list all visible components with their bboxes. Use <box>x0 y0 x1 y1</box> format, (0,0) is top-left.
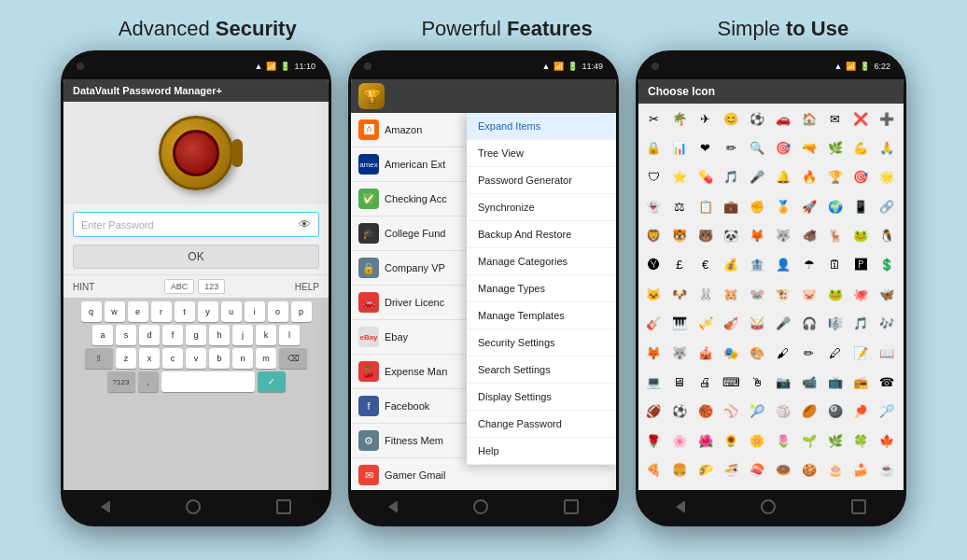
key-q[interactable]: q <box>81 301 102 322</box>
icon-cell-75[interactable]: 🎤 <box>772 313 794 335</box>
key-enter[interactable]: ✓ <box>258 371 286 392</box>
icon-cell-70[interactable]: 🎸 <box>642 313 665 335</box>
key-space[interactable] <box>161 371 255 392</box>
icon-cell-117[interactable]: 🌿 <box>824 429 847 452</box>
phone3-icon-grid[interactable]: ✂🌴✈😊⚽🚗🏠✉❌➕🔒📊❤✏🔍🎯🔫🌿💪🙏🛡⭐💊🎵🎤🔔🔥🏆🎯🌟👻⚖📋💼✊🏅🚀🌍📱🔗… <box>638 104 904 490</box>
key-v[interactable]: v <box>186 348 206 369</box>
icon-cell-58[interactable]: 🅿 <box>849 254 872 276</box>
key-y[interactable]: y <box>198 301 218 322</box>
phone3-recent-button[interactable] <box>851 499 866 514</box>
key-o[interactable]: o <box>268 301 288 322</box>
icon-cell-118[interactable]: 🍀 <box>849 429 872 452</box>
icon-cell-49[interactable]: 🐧 <box>876 225 898 247</box>
key-d[interactable]: d <box>139 325 160 345</box>
icon-cell-91[interactable]: 🖥 <box>668 371 691 393</box>
icon-cell-28[interactable]: 🎯 <box>849 166 872 189</box>
key-l[interactable]: l <box>279 325 300 345</box>
icon-cell-4[interactable]: ⚽ <box>746 107 768 130</box>
icon-cell-33[interactable]: 💼 <box>720 195 742 217</box>
phone2-dropdown-menu[interactable]: Expand Items Tree View Password Generato… <box>467 113 616 465</box>
icon-cell-109[interactable]: 🏸 <box>876 400 898 423</box>
key-p[interactable]: p <box>291 301 312 322</box>
icon-cell-62[interactable]: 🐰 <box>694 283 717 305</box>
icon-cell-124[interactable]: 🍣 <box>746 459 768 482</box>
icon-cell-0[interactable]: ✂ <box>642 107 665 130</box>
phone1-password-placeholder[interactable]: Enter Password <box>81 219 299 231</box>
icon-cell-19[interactable]: 🙏 <box>876 136 898 159</box>
icon-cell-61[interactable]: 🐶 <box>668 283 691 305</box>
key-s[interactable]: s <box>116 325 136 345</box>
phone1-home-button[interactable] <box>186 499 201 514</box>
icon-cell-125[interactable]: 🍩 <box>772 459 794 482</box>
menu-search-settings[interactable]: Search Settings <box>467 357 616 384</box>
key-w[interactable]: w <box>105 301 125 322</box>
icon-cell-94[interactable]: 🖱 <box>746 371 768 393</box>
icon-cell-80[interactable]: 🦊 <box>642 342 665 364</box>
icon-cell-98[interactable]: 📻 <box>849 371 872 393</box>
menu-security-settings[interactable]: Security Settings <box>467 329 616 357</box>
icon-cell-89[interactable]: 📖 <box>876 342 898 364</box>
icon-cell-25[interactable]: 🔔 <box>772 166 794 189</box>
menu-password-generator[interactable]: Password Generator <box>467 167 616 194</box>
key-u[interactable]: u <box>221 301 242 322</box>
icon-cell-38[interactable]: 📱 <box>849 195 872 217</box>
icon-cell-97[interactable]: 📺 <box>824 371 847 393</box>
icon-cell-86[interactable]: ✏ <box>798 342 820 364</box>
key-a[interactable]: a <box>92 325 113 345</box>
phone1-hint-label[interactable]: HINT <box>73 282 94 292</box>
icon-cell-104[interactable]: 🎾 <box>746 400 768 423</box>
icon-cell-29[interactable]: 🌟 <box>876 166 898 189</box>
key-f[interactable]: f <box>162 325 183 345</box>
icon-cell-90[interactable]: 💻 <box>642 371 665 393</box>
icon-cell-108[interactable]: 🏓 <box>849 400 872 423</box>
icon-cell-63[interactable]: 🐹 <box>720 283 742 305</box>
icon-cell-6[interactable]: 🏠 <box>798 107 820 130</box>
icon-cell-77[interactable]: 🎼 <box>824 313 847 335</box>
phone2-home-button[interactable] <box>473 499 488 514</box>
key-num-switch[interactable]: ?123 <box>107 371 135 392</box>
icon-cell-95[interactable]: 📷 <box>772 371 794 393</box>
key-j[interactable]: j <box>232 325 253 345</box>
icon-cell-22[interactable]: 💊 <box>694 166 717 189</box>
icon-cell-8[interactable]: ❌ <box>849 107 872 130</box>
icon-cell-30[interactable]: 👻 <box>642 195 665 217</box>
icon-cell-127[interactable]: 🎂 <box>824 459 847 482</box>
menu-help[interactable]: Help <box>467 438 616 465</box>
phone3-back-button[interactable] <box>676 500 685 513</box>
icon-cell-2[interactable]: ✈ <box>694 107 717 130</box>
icon-cell-66[interactable]: 🐷 <box>798 283 820 305</box>
icon-cell-69[interactable]: 🦋 <box>876 283 898 305</box>
icon-cell-81[interactable]: 🐺 <box>668 342 691 364</box>
phone2-list[interactable]: 🅰 Amazon amex American Ext ✅ Checking Ac… <box>351 113 616 490</box>
icon-cell-40[interactable]: 🦁 <box>642 225 665 247</box>
icon-cell-44[interactable]: 🦊 <box>746 225 768 247</box>
icon-cell-48[interactable]: 🐸 <box>849 225 872 247</box>
icon-cell-105[interactable]: 🏐 <box>772 400 794 423</box>
icon-cell-107[interactable]: 🎱 <box>824 400 847 423</box>
icon-cell-120[interactable]: 🍕 <box>642 459 665 482</box>
icon-cell-20[interactable]: 🛡 <box>642 166 665 189</box>
icon-cell-111[interactable]: 🌸 <box>668 429 691 452</box>
icon-cell-119[interactable]: 🍁 <box>876 429 898 452</box>
key-g[interactable]: g <box>186 325 206 345</box>
icon-cell-67[interactable]: 🐸 <box>824 283 847 305</box>
icon-cell-79[interactable]: 🎶 <box>876 313 898 335</box>
icon-cell-88[interactable]: 📝 <box>849 342 872 364</box>
icon-cell-72[interactable]: 🎺 <box>694 313 717 335</box>
icon-cell-34[interactable]: ✊ <box>746 195 768 217</box>
icon-cell-128[interactable]: 🍰 <box>849 459 872 482</box>
key-i[interactable]: i <box>245 301 265 322</box>
key-t[interactable]: t <box>175 301 195 322</box>
key-z[interactable]: z <box>116 348 136 369</box>
icon-cell-50[interactable]: 🅨 <box>642 254 665 276</box>
icon-cell-11[interactable]: 📊 <box>668 136 691 159</box>
icon-cell-9[interactable]: ➕ <box>876 107 898 130</box>
key-c[interactable]: c <box>162 348 183 369</box>
icon-cell-35[interactable]: 🏅 <box>772 195 794 217</box>
phone1-abc-button[interactable]: ABC <box>164 279 195 294</box>
icon-cell-73[interactable]: 🎻 <box>720 313 742 335</box>
icon-cell-13[interactable]: ✏ <box>720 136 742 159</box>
phone1-help-label[interactable]: HELP <box>295 282 319 292</box>
icon-cell-32[interactable]: 📋 <box>694 195 717 217</box>
phone1-ok-button[interactable]: OK <box>73 245 319 269</box>
